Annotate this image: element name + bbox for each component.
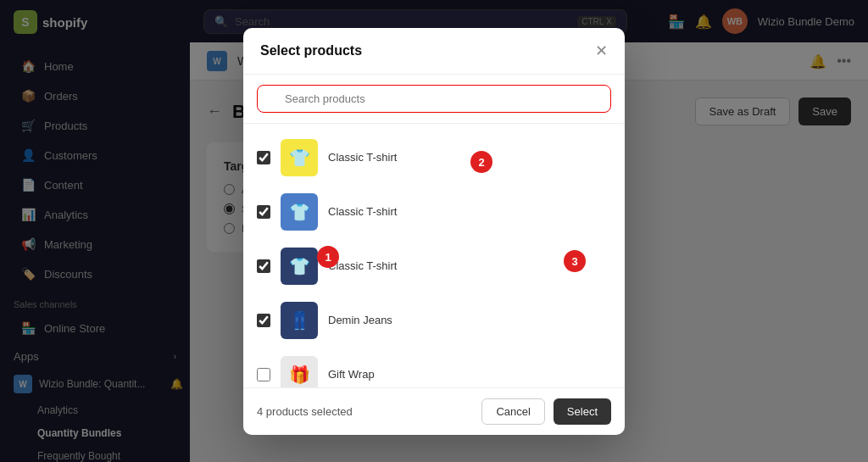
product-checkbox-4[interactable]: [257, 314, 270, 327]
product-checkbox-5[interactable]: [257, 368, 270, 381]
selected-count: 4 products selected: [257, 405, 353, 418]
modal-header: Select products ✕: [243, 28, 625, 75]
modal-search-area: 🔍: [243, 75, 625, 124]
annotation-1: 1: [317, 246, 339, 268]
list-item[interactable]: 👕 Classic T-shirt: [243, 131, 625, 185]
cancel-button[interactable]: Cancel: [481, 398, 544, 425]
list-item[interactable]: 👖 Demin Jeans: [243, 293, 625, 348]
product-checkbox-2[interactable]: [257, 205, 270, 219]
annotation-2: 2: [470, 151, 492, 173]
list-item[interactable]: 🎁 Gift Wrap: [243, 348, 625, 387]
product-thumb-3: 👕: [281, 248, 318, 285]
product-thumb-1: 👕: [281, 139, 318, 176]
modal-footer: 4 products selected Cancel Select: [243, 387, 625, 435]
select-products-modal: Select products ✕ 🔍 👕 Classic T-shirt 👕 …: [243, 28, 625, 435]
product-thumb-2: 👕: [281, 193, 318, 231]
modal-search-input[interactable]: [257, 85, 611, 113]
product-name-4: Demin Jeans: [328, 314, 392, 326]
product-name-5: Gift Wrap: [328, 368, 375, 381]
product-name-3: Classic T-shirt: [328, 259, 397, 272]
product-checkbox-3[interactable]: [257, 259, 270, 273]
product-thumb-5: 🎁: [281, 356, 318, 387]
modal-title: Select products: [260, 43, 362, 58]
modal-overlay[interactable]: 2 3 Select products ✕ 🔍 👕 Classic T-shir…: [0, 0, 868, 462]
select-button[interactable]: Select: [554, 398, 611, 425]
product-thumb-4: 👖: [281, 302, 318, 339]
footer-actions: Cancel Select: [481, 398, 611, 425]
product-checkbox-1[interactable]: [257, 151, 270, 164]
annotation-3: 3: [564, 250, 586, 272]
search-wrapper: 🔍: [257, 85, 611, 113]
product-name-1: Classic T-shirt: [328, 151, 397, 164]
modal-close-button[interactable]: ✕: [595, 42, 608, 60]
product-name-2: Classic T-shirt: [328, 205, 397, 218]
list-item[interactable]: 👕 Classic T-shirt: [243, 185, 625, 239]
